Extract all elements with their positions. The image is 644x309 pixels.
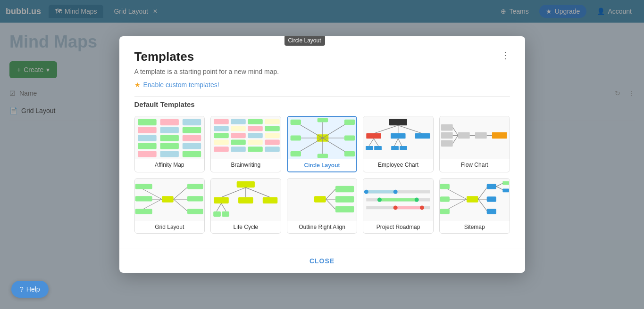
svg-line-41: [323, 138, 349, 154]
help-button[interactable]: ? Help: [11, 281, 49, 298]
svg-rect-51: [317, 154, 327, 158]
svg-rect-69: [441, 140, 453, 147]
svg-line-60: [374, 138, 378, 146]
svg-line-135: [496, 187, 504, 190]
template-brainwriting[interactable]: Brainwriting: [210, 116, 281, 172]
svg-point-120: [420, 205, 424, 210]
svg-rect-131: [487, 184, 496, 189]
svg-line-105: [326, 199, 335, 209]
affinity-map-label: Affinity Map: [135, 159, 205, 171]
template-employee-chart[interactable]: Employee Chart: [363, 116, 434, 172]
outline-right-align-preview: [287, 179, 357, 221]
modal-footer: CLOSE: [119, 249, 525, 273]
svg-rect-66: [400, 146, 407, 150]
enable-custom-templates-link[interactable]: ★ Enable custom templates!: [134, 81, 510, 89]
template-grid-layout[interactable]: Grid Layout: [134, 178, 205, 234]
svg-rect-14: [182, 151, 201, 157]
templates-modal: Templates A template is a starting point…: [119, 36, 525, 273]
flow-chart-label: Flow Chart: [440, 159, 510, 171]
svg-line-134: [496, 183, 504, 187]
svg-line-98: [217, 203, 221, 211]
svg-line-103: [326, 189, 335, 199]
svg-rect-24: [231, 146, 246, 152]
project-roadmap-preview: [363, 179, 433, 221]
close-button[interactable]: CLOSE: [309, 257, 335, 265]
svg-rect-108: [335, 206, 354, 213]
svg-rect-52: [389, 119, 407, 126]
svg-rect-44: [290, 120, 301, 125]
svg-rect-114: [395, 206, 422, 210]
template-outline-right-align[interactable]: Outline Right Align: [287, 178, 358, 234]
svg-rect-11: [182, 127, 201, 134]
modal-overlay: Templates A template is a starting point…: [0, 0, 644, 309]
svg-rect-126: [440, 196, 450, 202]
svg-rect-0: [138, 119, 156, 126]
template-sitemap[interactable]: Sitemap: [439, 178, 510, 234]
employee-chart-preview: [363, 116, 433, 159]
modal-menu-button[interactable]: ⋮: [501, 49, 510, 61]
svg-rect-32: [265, 133, 280, 138]
svg-line-87: [173, 199, 188, 212]
svg-rect-48: [344, 135, 355, 140]
svg-rect-95: [214, 197, 229, 203]
svg-rect-23: [231, 140, 246, 145]
grid-layout-preview: [135, 179, 205, 221]
svg-rect-49: [344, 151, 355, 156]
svg-rect-65: [391, 146, 399, 150]
template-grid: Affinity Map: [134, 116, 510, 234]
modal-subtitle: A template is a starting point for a new…: [134, 68, 510, 75]
svg-rect-75: [475, 132, 487, 139]
template-affinity-map[interactable]: Affinity Map: [134, 116, 205, 172]
svg-rect-30: [265, 119, 280, 124]
svg-rect-68: [441, 132, 453, 139]
svg-rect-56: [367, 133, 382, 138]
svg-rect-113: [380, 198, 417, 202]
modal-title: Templates: [134, 49, 510, 64]
life-cycle-label: Life Cycle: [211, 221, 281, 233]
svg-rect-100: [213, 211, 221, 217]
svg-rect-1: [138, 127, 156, 134]
svg-rect-5: [160, 119, 178, 126]
modal-header: Templates A template is a starting point…: [119, 36, 525, 96]
svg-rect-137: [502, 188, 509, 192]
svg-line-61: [394, 138, 398, 146]
svg-rect-121: [467, 196, 478, 203]
svg-rect-133: [487, 209, 496, 214]
svg-rect-58: [415, 133, 430, 138]
template-life-cycle[interactable]: Life Cycle: [210, 178, 281, 234]
svg-line-128: [478, 187, 488, 199]
svg-rect-4: [138, 151, 156, 157]
svg-rect-46: [290, 151, 301, 156]
svg-rect-2: [138, 135, 156, 141]
svg-rect-3: [138, 143, 156, 149]
enable-link-label: Enable custom templates!: [143, 81, 219, 89]
svg-rect-8: [160, 143, 178, 149]
svg-rect-106: [335, 186, 354, 193]
svg-rect-20: [231, 119, 246, 124]
svg-rect-112: [367, 190, 396, 194]
svg-rect-107: [335, 196, 354, 203]
svg-rect-132: [487, 196, 496, 202]
svg-rect-31: [265, 126, 280, 131]
sitemap-label: Sitemap: [440, 221, 510, 233]
svg-rect-7: [160, 135, 178, 141]
svg-line-94: [246, 187, 270, 197]
svg-point-119: [393, 205, 398, 210]
svg-rect-64: [374, 146, 382, 150]
svg-rect-91: [237, 181, 255, 188]
circle-layout-tooltip: Circle Layout: [284, 36, 325, 46]
svg-line-70: [453, 128, 458, 136]
svg-rect-101: [222, 211, 229, 217]
svg-line-85: [173, 187, 188, 199]
circle-layout-label: Circle Layout: [288, 159, 357, 171]
svg-rect-57: [391, 133, 406, 138]
svg-rect-47: [344, 120, 355, 125]
svg-point-117: [377, 198, 382, 202]
svg-rect-84: [135, 209, 152, 214]
template-circle-layout[interactable]: Circle Layout: [287, 116, 358, 172]
svg-rect-82: [135, 184, 152, 189]
sitemap-preview: [440, 179, 510, 221]
svg-rect-17: [214, 133, 229, 138]
template-flow-chart[interactable]: Flow Chart: [439, 116, 510, 172]
template-project-roadmap[interactable]: Project Roadmap: [363, 178, 434, 234]
